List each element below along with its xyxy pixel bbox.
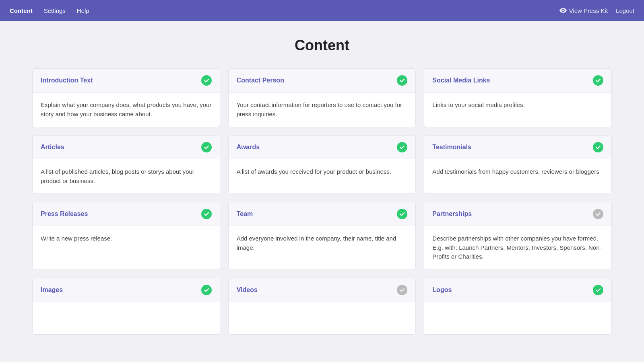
content-card-testimonials[interactable]: Testimonials Add testimonials from happy… xyxy=(424,135,612,194)
content-grid: Introduction Text Explain what your comp… xyxy=(32,68,612,335)
card-body: A list of awards you received for your p… xyxy=(229,159,416,191)
nav-right: View Press KitLogout xyxy=(559,7,634,14)
content-card-social-media-links[interactable]: Social Media Links Links to your social … xyxy=(424,68,612,127)
nav-item-settings[interactable]: Settings xyxy=(44,7,66,14)
check-complete-icon xyxy=(201,209,212,219)
main-nav: ContentSettingsHelp View Press KitLogout xyxy=(0,0,644,21)
check-complete-icon xyxy=(593,285,603,295)
card-title: Testimonials xyxy=(432,144,471,151)
check-complete-icon xyxy=(397,142,407,152)
card-title: Images xyxy=(41,286,63,294)
check-complete-icon xyxy=(201,75,212,86)
card-header: Team xyxy=(229,202,416,226)
view-press-kit-label: View Press Kit xyxy=(569,7,608,14)
card-body: Links to your social media profiles. xyxy=(424,93,611,125)
eye-icon xyxy=(559,7,567,14)
nav-item-content[interactable]: Content xyxy=(10,7,33,14)
main-content: Content Introduction Text Explain what y… xyxy=(0,21,644,351)
card-header: Contact Person xyxy=(229,69,416,93)
content-card-articles[interactable]: Articles A list of published articles, b… xyxy=(32,135,220,194)
card-body: Describe partnerships with other compani… xyxy=(424,226,611,269)
card-title: Introduction Text xyxy=(41,77,93,84)
card-body: Add testimonials from happy customers, r… xyxy=(424,159,611,191)
check-complete-icon xyxy=(397,75,407,86)
nav-item-help[interactable]: Help xyxy=(77,7,89,14)
nav-left: ContentSettingsHelp xyxy=(10,7,89,14)
card-body: Your contact information for reporters t… xyxy=(229,93,416,127)
card-title: Partnerships xyxy=(432,210,472,218)
page-title: Content xyxy=(32,37,612,54)
content-card-team[interactable]: Team Add everyone involved in the compan… xyxy=(228,202,416,270)
card-body xyxy=(424,302,611,334)
content-card-press-releases[interactable]: Press Releases Write a new press release… xyxy=(32,202,220,270)
content-card-images[interactable]: Images xyxy=(32,278,220,335)
card-title: Social Media Links xyxy=(432,77,490,84)
check-incomplete-icon xyxy=(397,285,407,295)
logout-button[interactable]: Logout xyxy=(616,7,634,14)
card-header: Logos xyxy=(424,278,611,302)
card-header: Introduction Text xyxy=(33,69,220,93)
card-title: Contact Person xyxy=(237,77,284,84)
check-complete-icon xyxy=(201,285,212,295)
content-card-logos[interactable]: Logos xyxy=(424,278,612,335)
card-header: Articles xyxy=(33,136,220,159)
check-complete-icon xyxy=(201,142,212,152)
card-header: Social Media Links xyxy=(424,69,611,93)
content-card-introduction-text[interactable]: Introduction Text Explain what your comp… xyxy=(32,68,220,127)
card-header: Awards xyxy=(229,136,416,159)
check-complete-icon xyxy=(593,75,603,86)
content-card-videos[interactable]: Videos xyxy=(228,278,416,335)
card-title: Press Releases xyxy=(41,210,88,218)
card-title: Awards xyxy=(237,144,260,151)
card-body xyxy=(229,302,416,334)
check-complete-icon xyxy=(593,142,603,152)
content-card-partnerships[interactable]: Partnerships Describe partnerships with … xyxy=(424,202,612,270)
card-body: Write a new press release. xyxy=(33,226,220,258)
card-header: Testimonials xyxy=(424,136,611,159)
card-title: Videos xyxy=(237,286,258,294)
content-card-awards[interactable]: Awards A list of awards you received for… xyxy=(228,135,416,194)
card-header: Press Releases xyxy=(33,202,220,226)
card-body xyxy=(33,302,220,334)
card-header: Images xyxy=(33,278,220,302)
card-body: Add everyone involved in the company, th… xyxy=(229,226,416,260)
card-body: A list of published articles, blog posts… xyxy=(33,159,220,193)
check-incomplete-icon xyxy=(593,209,603,219)
card-header: Videos xyxy=(229,278,416,302)
card-title: Team xyxy=(237,210,253,218)
check-complete-icon xyxy=(397,209,407,219)
view-press-kit-button[interactable]: View Press Kit xyxy=(559,7,608,14)
card-body: Explain what your company does, what pro… xyxy=(33,93,220,127)
content-card-contact-person[interactable]: Contact Person Your contact information … xyxy=(228,68,416,127)
card-header: Partnerships xyxy=(424,202,611,226)
card-title: Articles xyxy=(41,144,64,151)
card-title: Logos xyxy=(432,286,452,294)
